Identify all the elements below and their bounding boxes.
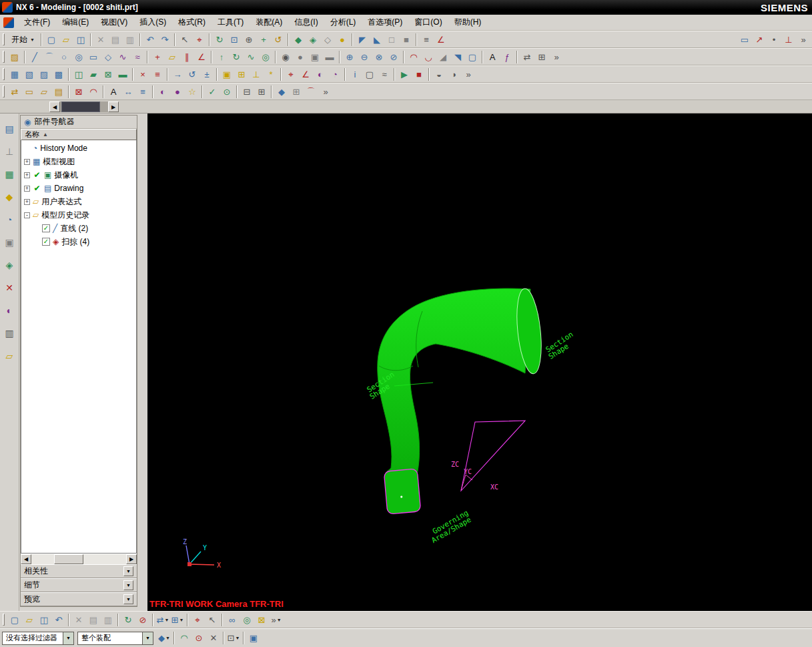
collapse-icon[interactable]: - xyxy=(24,212,30,218)
tree-item[interactable]: ✓╱直线 (2) xyxy=(21,222,136,235)
panel-dependencies[interactable]: 相关性 ▼ xyxy=(21,564,137,578)
touch-point-icon[interactable]: ⌖ xyxy=(190,612,205,627)
menu-item-1[interactable]: 编辑(E) xyxy=(56,15,95,30)
toolbar-grip[interactable] xyxy=(3,614,5,626)
snap-arc-icon[interactable]: ⌒ xyxy=(304,84,318,99)
tree-item-label[interactable]: History Mode xyxy=(40,144,87,153)
examine-geometry-icon[interactable]: ✓ xyxy=(205,84,220,99)
more-sync-icon[interactable]: » xyxy=(318,84,333,99)
stop-icon[interactable]: ■ xyxy=(412,67,426,81)
note-icon[interactable]: ≡ xyxy=(135,84,150,99)
play-icon[interactable]: ▶ xyxy=(397,67,412,81)
spline-icon[interactable]: ∿ xyxy=(115,49,130,64)
ellipse-icon[interactable]: ◎ xyxy=(71,49,86,64)
chevron-down-icon[interactable]: ▼ xyxy=(123,566,133,576)
snap-point-icon[interactable]: ⌖ xyxy=(192,32,207,47)
move-object-icon[interactable]: → xyxy=(170,67,185,81)
polygon-icon[interactable]: ◇ xyxy=(101,49,115,64)
copy-object-icon[interactable]: ▤ xyxy=(86,612,101,627)
interpart-link-icon[interactable]: ∞ xyxy=(225,612,240,627)
history-palette-icon[interactable]: ◔ xyxy=(2,212,17,227)
sew-icon[interactable]: ⊠ xyxy=(101,67,115,81)
constraint-navigator-icon[interactable]: ⊥ xyxy=(2,144,17,159)
shaded-edges-icon[interactable]: ◆ xyxy=(291,32,306,47)
wireframe-icon[interactable]: ◇ xyxy=(320,32,335,47)
nx-app-icon[interactable] xyxy=(2,2,13,13)
toolbar-grip[interactable] xyxy=(3,51,5,63)
extrude-icon[interactable]: ↑ xyxy=(214,49,229,64)
assembly-icon[interactable]: ▣ xyxy=(220,67,234,81)
cut-object-icon[interactable]: ✕ xyxy=(71,612,86,627)
scroll-left-icon[interactable]: ◀ xyxy=(21,554,31,564)
chevron-down-icon[interactable]: ▼ xyxy=(123,580,133,590)
zoom-icon[interactable]: ⊕ xyxy=(242,32,256,47)
pattern-component-icon[interactable]: ⊞▼ xyxy=(170,612,185,627)
datum-axis-icon[interactable]: ∥ xyxy=(179,49,194,64)
ruled-surface-icon[interactable]: ▧ xyxy=(22,67,37,81)
paste-icon[interactable]: ▥ xyxy=(123,32,137,47)
check-icon[interactable]: ✔ xyxy=(33,170,41,180)
send-mail-icon[interactable]: ⊠ xyxy=(254,612,269,627)
information-icon[interactable]: i xyxy=(348,67,362,81)
menu-item-8[interactable]: 分析(L) xyxy=(324,15,362,30)
toolbar-grip[interactable] xyxy=(3,68,5,80)
pattern-feature-icon[interactable]: ⊞ xyxy=(534,49,549,64)
trim-body-icon[interactable]: ⊘ xyxy=(386,49,401,64)
explode-icon[interactable]: * xyxy=(264,67,278,81)
templates-icon[interactable]: ▱ xyxy=(2,349,17,363)
open-icon[interactable]: ▱ xyxy=(59,32,73,47)
snap-center-icon[interactable]: ⊙ xyxy=(191,631,206,646)
datum-plane-icon[interactable]: ▱ xyxy=(165,49,179,64)
rotate-view-icon[interactable]: ↺ xyxy=(271,32,286,47)
dimension-icon[interactable]: ↔ xyxy=(121,84,135,99)
view-section-icon[interactable]: ⊟ xyxy=(240,84,254,99)
annotation-icon[interactable]: A xyxy=(106,84,121,99)
assembly-constraint-icon[interactable]: ⊥ xyxy=(249,67,264,81)
arc-icon[interactable]: ⌒ xyxy=(42,49,57,64)
dialog-rail-icon[interactable]: ▥ xyxy=(2,326,17,341)
snap-endpoint-icon[interactable]: ◆▼ xyxy=(157,631,171,646)
toolbar-scrollbar-thumb[interactable] xyxy=(61,101,100,112)
more-surface-icon[interactable]: » xyxy=(461,67,476,81)
nx-menu-app-icon[interactable] xyxy=(3,17,14,28)
through-curves-icon[interactable]: ▦ xyxy=(7,67,22,81)
rotate-object-icon[interactable]: ↺ xyxy=(185,67,199,81)
graphics-canvas[interactable]: ZC YC XC Section Shape Section Shape Gov… xyxy=(147,114,812,611)
trimetric-view-icon[interactable]: ◤ xyxy=(355,32,370,47)
isometric-view-icon[interactable]: ◣ xyxy=(370,32,384,47)
edit-display-icon[interactable]: ◑ xyxy=(446,67,461,81)
expand-icon[interactable]: + xyxy=(24,159,30,165)
tree-item[interactable]: +✔▣摄像机 xyxy=(21,168,136,182)
shell-icon[interactable]: ▢ xyxy=(465,49,480,64)
hole-icon[interactable]: ◉ xyxy=(278,49,293,64)
check-mate-icon[interactable]: ⊙ xyxy=(220,84,234,99)
scroll-right-icon[interactable]: ▶ xyxy=(126,554,137,564)
add-component-icon[interactable]: ⊞ xyxy=(234,67,249,81)
dropdown-arrow-icon[interactable]: ▼ xyxy=(142,632,153,644)
chamfer-icon[interactable]: ◢ xyxy=(436,49,450,64)
snap-midpoint-icon[interactable]: ◠ xyxy=(177,631,191,646)
paste-object-icon[interactable]: ▥ xyxy=(101,612,115,627)
tree-item[interactable]: -▱模型历史记录 xyxy=(21,208,136,222)
navigation-cube-icon[interactable]: ◆ xyxy=(274,84,289,99)
move-component-icon[interactable]: ⇄▼ xyxy=(155,612,170,627)
system-materials-icon[interactable]: ▣ xyxy=(2,235,17,250)
edge-blend-icon[interactable]: ◠ xyxy=(406,49,421,64)
roles-icon[interactable]: ◐ xyxy=(2,303,17,318)
general-select-icon[interactable]: ↖ xyxy=(205,612,220,627)
web-browser-icon[interactable]: ◎ xyxy=(240,612,254,627)
tree-item[interactable]: ◔History Mode xyxy=(21,142,136,155)
material-icon[interactable]: ● xyxy=(170,84,185,99)
light-icon[interactable]: ☆ xyxy=(185,84,199,99)
measure-angle-icon[interactable]: ∠ xyxy=(298,67,313,81)
rectangle-icon[interactable]: ▭ xyxy=(86,49,101,64)
repeat-command-icon[interactable]: ↻ xyxy=(121,612,135,627)
shaded-icon[interactable]: ◈ xyxy=(306,32,320,47)
boss-icon[interactable]: ● xyxy=(293,49,308,64)
boundary-icon[interactable]: ▢ xyxy=(362,67,377,81)
menu-item-2[interactable]: 视图(V) xyxy=(95,15,133,30)
more-tools-icon[interactable]: » xyxy=(796,32,811,47)
check-icon[interactable]: ✔ xyxy=(33,184,41,193)
rib-icon[interactable]: ▬ xyxy=(322,49,337,64)
checkbox-icon[interactable]: ✓ xyxy=(42,224,50,232)
